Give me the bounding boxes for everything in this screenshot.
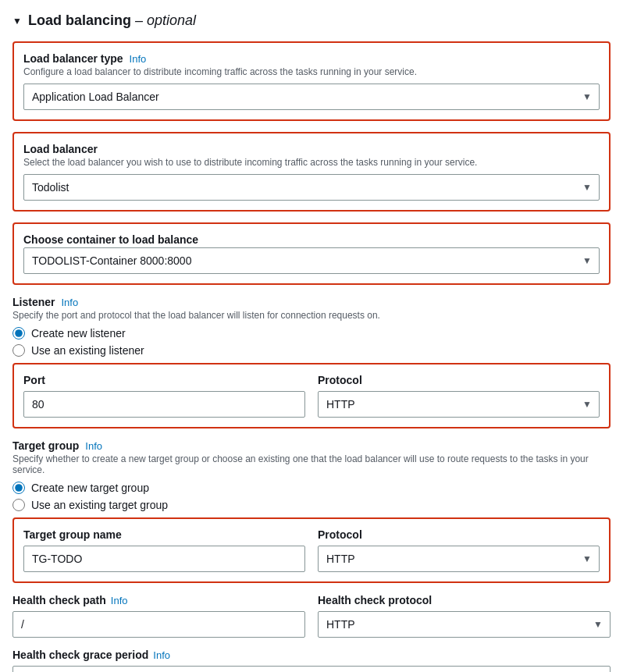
- container-select[interactable]: TODOLIST-Container 8000:8000: [23, 247, 600, 274]
- collapse-icon[interactable]: ▼: [12, 16, 22, 27]
- tg-protocol-select-wrapper: HTTP ▼: [318, 546, 600, 572]
- health-check-path-info-link[interactable]: Info: [111, 595, 128, 606]
- listener-existing-option[interactable]: Use an existing listener: [12, 344, 611, 357]
- health-check-path-input[interactable]: [12, 611, 305, 638]
- listener-protocol-col: Protocol HTTP ▼: [318, 374, 600, 418]
- listener-existing-radio[interactable]: [12, 344, 25, 357]
- section-title: Load balancing – optional: [28, 12, 196, 29]
- health-check-grace-input[interactable]: [12, 666, 611, 672]
- health-check-grace-label: Health check grace period Info: [12, 649, 611, 661]
- listener-create-option[interactable]: Create new listener: [12, 327, 611, 340]
- tg-protocol-label: Protocol: [318, 528, 600, 541]
- listener-config-cols: Port Protocol HTTP ▼: [23, 374, 600, 418]
- load-balancer-type-info-link[interactable]: Info: [130, 53, 147, 65]
- listener-desc: Specify the port and protocol that the l…: [12, 310, 611, 321]
- load-balancer-select-wrapper: Todolist ▼: [23, 174, 600, 201]
- tg-existing-label: Use an existing target group: [31, 499, 168, 511]
- tg-existing-option[interactable]: Use an existing target group: [12, 499, 611, 511]
- load-balancer-select[interactable]: Todolist: [23, 174, 600, 201]
- listener-section: Listener Info Specify the port and proto…: [12, 296, 611, 428]
- tg-protocol-select[interactable]: HTTP: [318, 546, 600, 572]
- tg-create-option[interactable]: Create new target group: [12, 482, 611, 494]
- load-balancer-type-box: Load balancer type Info Configure a load…: [12, 41, 611, 121]
- listener-config-box: Port Protocol HTTP ▼: [12, 363, 611, 428]
- health-check-path-row: Health check path Info Health check prot…: [12, 594, 611, 638]
- health-check-protocol-label: Health check protocol: [318, 594, 611, 606]
- listener-radio-group: Create new listener Use an existing list…: [12, 327, 611, 357]
- load-balancer-box: Load balancer Select the load balancer y…: [12, 132, 611, 212]
- listener-protocol-select[interactable]: HTTP: [318, 391, 600, 418]
- listener-protocol-select-wrapper: HTTP ▼: [318, 391, 600, 418]
- load-balancer-type-select[interactable]: Application Load Balancer: [23, 84, 600, 110]
- container-select-wrapper: TODOLIST-Container 8000:8000 ▼: [23, 247, 600, 274]
- listener-label: Listener Info: [12, 296, 611, 308]
- target-group-section: Target group Info Specify whether to cre…: [12, 439, 611, 583]
- tg-name-col: Target group name: [23, 528, 305, 572]
- load-balancer-desc: Select the load balancer you wish to use…: [23, 157, 600, 168]
- listener-port-input[interactable]: [23, 391, 305, 418]
- listener-existing-label: Use an existing listener: [31, 344, 144, 357]
- listener-protocol-label: Protocol: [318, 374, 600, 386]
- tg-protocol-col: Protocol HTTP ▼: [318, 528, 600, 572]
- health-check-path-col: Health check path Info: [12, 594, 305, 638]
- target-group-desc: Specify whether to create a new target g…: [12, 453, 611, 475]
- listener-port-col: Port: [23, 374, 305, 418]
- health-check-grace-info-link[interactable]: Info: [153, 649, 170, 661]
- health-check-grace-col: Health check grace period Info: [12, 649, 611, 672]
- listener-create-label: Create new listener: [31, 327, 126, 340]
- tg-create-radio[interactable]: [12, 482, 25, 494]
- listener-port-label: Port: [23, 374, 305, 386]
- load-balancer-type-label: Load balancer type Info: [23, 52, 600, 65]
- load-balancer-label: Load balancer: [23, 143, 600, 155]
- health-check-protocol-select-wrapper: HTTP ▼: [318, 611, 611, 638]
- health-check-path-label: Health check path Info: [12, 594, 305, 606]
- tg-create-label: Create new target group: [31, 482, 149, 494]
- tg-config-cols: Target group name Protocol HTTP ▼: [23, 528, 600, 572]
- listener-create-radio[interactable]: [12, 327, 25, 340]
- tg-config-box: Target group name Protocol HTTP ▼: [12, 517, 611, 583]
- listener-info-link[interactable]: Info: [61, 297, 78, 308]
- container-box: Choose container to load balance TODOLIS…: [12, 222, 611, 285]
- health-check-section: Health check path Info Health check prot…: [12, 594, 611, 672]
- tg-name-input[interactable]: [23, 546, 305, 572]
- container-label: Choose container to load balance: [23, 233, 600, 246]
- target-group-info-link[interactable]: Info: [85, 440, 102, 452]
- section-header: ▼ Load balancing – optional: [12, 12, 611, 29]
- tg-existing-radio[interactable]: [12, 499, 25, 511]
- load-balancer-type-desc: Configure a load balancer to distribute …: [23, 66, 600, 77]
- load-balancer-type-select-wrapper: Application Load Balancer ▼: [23, 84, 600, 110]
- health-check-protocol-col: Health check protocol HTTP ▼: [318, 594, 611, 638]
- health-check-protocol-select[interactable]: HTTP: [318, 611, 611, 638]
- target-group-label: Target group Info: [12, 439, 611, 452]
- tg-name-label: Target group name: [23, 528, 305, 541]
- target-group-radio-group: Create new target group Use an existing …: [12, 482, 611, 511]
